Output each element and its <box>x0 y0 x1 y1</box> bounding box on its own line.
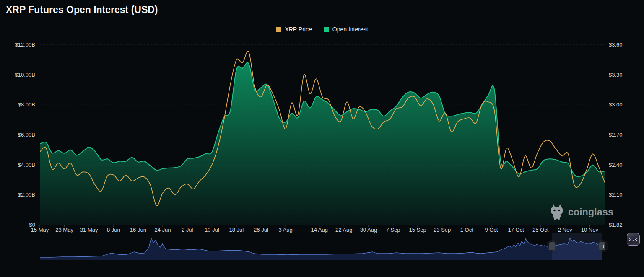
y-right-tick-label: $2.40 <box>609 162 642 168</box>
coinglass-chart-page: XRP Futures Open Interest (USD) XRP Pric… <box>0 0 644 277</box>
y-right-tick-label: $3.30 <box>609 72 642 78</box>
y-right-tick-label: $3.60 <box>609 41 642 48</box>
x-tick-label: 10 Nov <box>574 227 605 233</box>
watermark: coinglass <box>549 204 613 220</box>
y-left-tick-label: $4.00B <box>2 162 35 168</box>
coinglass-logo-icon <box>549 204 564 220</box>
y-left-tick-label: $6.00B <box>2 132 35 138</box>
y-right-tick-label: $2.70 <box>609 132 642 138</box>
y-left-tick-label: $8.00B <box>2 101 35 108</box>
nav-selection[interactable] <box>552 233 602 260</box>
collapse-icon: >.< <box>629 237 638 242</box>
y-left-tick-label: $12.00B <box>2 41 35 48</box>
y-right-tick-label: $3.00 <box>609 101 642 108</box>
y-left-tick-label: $10.00B <box>2 72 35 78</box>
open-interest-area <box>40 62 605 225</box>
y-right-tick-label: $1.82 <box>609 222 642 228</box>
nav-handle-left[interactable] <box>549 242 555 250</box>
navigator-area[interactable] <box>40 238 602 260</box>
nav-handle-right[interactable] <box>599 242 605 250</box>
x-tick-label: 3 Aug <box>270 227 301 233</box>
y-right-tick-label: $2.10 <box>609 192 642 198</box>
resize-handle-icon <box>551 245 553 248</box>
y-left-tick-label: $2.00B <box>2 192 35 198</box>
main-chart[interactable] <box>0 0 644 277</box>
resize-handle-icon <box>601 245 604 248</box>
collapse-button[interactable]: >.< <box>627 233 640 246</box>
watermark-text: coinglass <box>568 207 613 218</box>
